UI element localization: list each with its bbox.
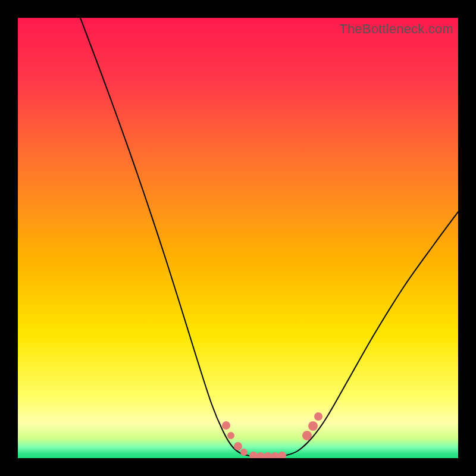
marker-point	[278, 452, 286, 458]
marker-point	[264, 452, 272, 458]
series-left-curve	[80, 18, 253, 456]
watermark-text: TheBottleneck.com	[339, 21, 453, 37]
marker-point	[222, 421, 230, 430]
marker-point	[240, 449, 248, 456]
marker-point	[302, 431, 312, 440]
bottleneck-curves	[18, 18, 458, 458]
marker-point	[314, 412, 322, 421]
marker-point	[234, 442, 242, 450]
marker-point	[227, 432, 234, 439]
marker-point	[271, 452, 279, 458]
series-right-curve	[283, 212, 458, 456]
marker-point	[249, 452, 258, 458]
chart-frame: TheBottleneck.com	[18, 18, 458, 458]
marker-point	[308, 421, 318, 431]
marker-point	[256, 452, 265, 458]
